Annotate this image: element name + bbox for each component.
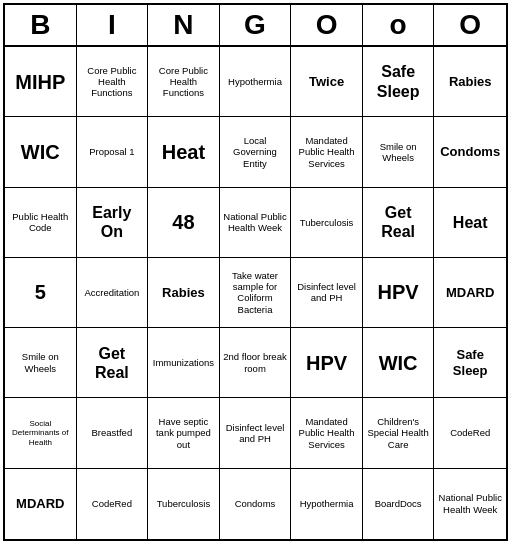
cell-1-3: Local Governing Entity [220, 117, 292, 187]
cell-4-5: WIC [363, 328, 435, 398]
cell-6-0: MDARD [5, 469, 77, 539]
cell-0-3: Hypothermia [220, 47, 292, 117]
cell-5-6: CodeRed [434, 398, 506, 468]
header-letter: O [291, 5, 363, 45]
cell-3-6: MDARD [434, 258, 506, 328]
cell-6-6: National Public Health Week [434, 469, 506, 539]
cell-2-1: Early On [77, 188, 149, 258]
cell-1-2: Heat [148, 117, 220, 187]
cell-0-5: Safe Sleep [363, 47, 435, 117]
cell-5-0: Social Determinants of Health [5, 398, 77, 468]
header-letter: B [5, 5, 77, 45]
cell-1-6: Condoms [434, 117, 506, 187]
header-letter: N [148, 5, 220, 45]
cell-4-4: HPV [291, 328, 363, 398]
cell-3-4: Disinfect level and PH [291, 258, 363, 328]
cell-3-5: HPV [363, 258, 435, 328]
cell-5-1: Breastfed [77, 398, 149, 468]
cell-1-0: WIC [5, 117, 77, 187]
cell-4-1: Get Real [77, 328, 149, 398]
bingo-header: BINGOoO [5, 5, 506, 47]
cell-6-4: Hypothermia [291, 469, 363, 539]
cell-2-0: Public Health Code [5, 188, 77, 258]
cell-6-2: Tuberculosis [148, 469, 220, 539]
cell-0-2: Core Public Health Functions [148, 47, 220, 117]
cell-5-4: Mandated Public Health Services [291, 398, 363, 468]
cell-4-2: Immunizations [148, 328, 220, 398]
cell-3-1: Accreditation [77, 258, 149, 328]
header-letter: o [363, 5, 435, 45]
cell-1-4: Mandated Public Health Services [291, 117, 363, 187]
cell-2-5: Get Real [363, 188, 435, 258]
cell-2-6: Heat [434, 188, 506, 258]
header-letter: O [434, 5, 506, 45]
bingo-grid: MIHPCore Public Health FunctionsCore Pub… [5, 47, 506, 539]
header-letter: G [220, 5, 292, 45]
cell-1-1: Proposal 1 [77, 117, 149, 187]
bingo-card: BINGOoO MIHPCore Public Health Functions… [3, 3, 508, 541]
header-letter: I [77, 5, 149, 45]
cell-5-5: Children's Special Health Care [363, 398, 435, 468]
cell-2-4: Tuberculosis [291, 188, 363, 258]
cell-0-0: MIHP [5, 47, 77, 117]
cell-3-3: Take water sample for Coliform Bacteria [220, 258, 292, 328]
cell-0-4: Twice [291, 47, 363, 117]
cell-2-3: National Public Health Week [220, 188, 292, 258]
cell-3-2: Rabies [148, 258, 220, 328]
cell-3-0: 5 [5, 258, 77, 328]
cell-6-1: CodeRed [77, 469, 149, 539]
cell-6-5: BoardDocs [363, 469, 435, 539]
cell-4-3: 2nd floor break room [220, 328, 292, 398]
cell-5-2: Have septic tank pumped out [148, 398, 220, 468]
cell-1-5: Smile on Wheels [363, 117, 435, 187]
cell-0-6: Rabies [434, 47, 506, 117]
cell-2-2: 48 [148, 188, 220, 258]
cell-4-0: Smile on Wheels [5, 328, 77, 398]
cell-0-1: Core Public Health Functions [77, 47, 149, 117]
cell-6-3: Condoms [220, 469, 292, 539]
cell-5-3: Disinfect level and PH [220, 398, 292, 468]
cell-4-6: Safe Sleep [434, 328, 506, 398]
